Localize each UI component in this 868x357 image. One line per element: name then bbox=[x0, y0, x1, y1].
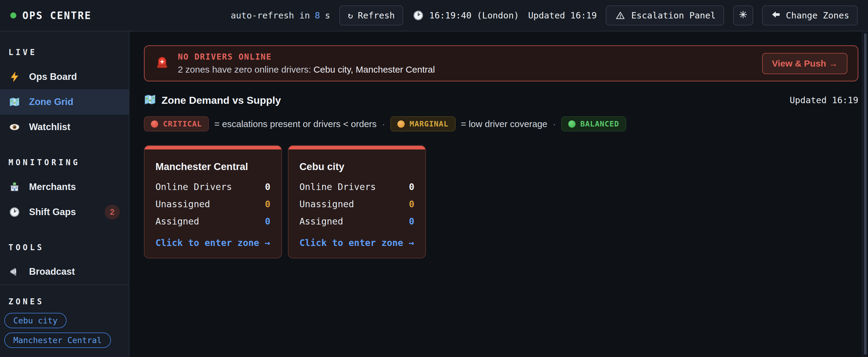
sidebar-item-watchlist[interactable]: Watchlist bbox=[0, 115, 129, 140]
sidebar-item-zone-grid[interactable]: Zone Grid bbox=[0, 89, 129, 114]
shift-gaps-count-badge: 2 bbox=[105, 205, 120, 220]
red-dot-icon bbox=[151, 120, 158, 128]
refresh-icon: ↻ bbox=[348, 10, 353, 21]
section-label-monitoring: MONITORING bbox=[8, 158, 129, 167]
sidebar-item-label: Zone Grid bbox=[29, 96, 73, 108]
zone-cards-grid: Manchester Central Online Drivers 0 Unas… bbox=[144, 145, 858, 258]
current-time: 16:19:40 (London) bbox=[429, 10, 519, 21]
alert-message: 2 zones have zero online drivers: Cebu c… bbox=[178, 64, 435, 75]
siren-icon bbox=[155, 56, 169, 71]
enter-zone-link[interactable]: Click to enter zone → bbox=[300, 238, 414, 248]
sidebar: LIVE Ops Board Zone Grid Watchlist MONIT… bbox=[0, 31, 129, 357]
view-and-push-button[interactable]: View & Push → bbox=[762, 53, 847, 74]
vertical-scrollbar[interactable] bbox=[862, 32, 868, 357]
stat-unassigned: Unassigned 0 bbox=[300, 199, 414, 209]
critical-legend-badge: CRITICAL bbox=[144, 117, 209, 131]
main-content: NO DRIVERS ONLINE 2 zones have zero onli… bbox=[129, 31, 868, 357]
marginal-legend-badge: MARGINAL bbox=[391, 117, 455, 131]
zones-box: ZONES Cebu city Manchester Central bbox=[0, 285, 129, 357]
green-dot-icon bbox=[568, 120, 576, 128]
zone-card-cebu-city[interactable]: Cebu city Online Drivers 0 Unassigned 0 … bbox=[288, 145, 426, 258]
app-logo: OPS CENTRE bbox=[10, 10, 92, 22]
sidebar-item-merchants[interactable]: 24 Merchants bbox=[0, 174, 129, 199]
zone-card-manchester-central[interactable]: Manchester Central Online Drivers 0 Unas… bbox=[144, 145, 282, 258]
critical-accent-bar bbox=[145, 146, 281, 149]
sidebar-item-shift-gaps[interactable]: Shift Gaps 2 bbox=[0, 199, 129, 225]
stat-online-drivers: Online Drivers 0 bbox=[300, 181, 414, 192]
zap-icon bbox=[8, 71, 21, 83]
zone-pill-cebu-city[interactable]: Cebu city bbox=[4, 313, 66, 328]
auto-refresh-countdown: auto-refresh in 8 s bbox=[231, 10, 330, 21]
marginal-legend-desc: = low driver coverage bbox=[461, 119, 548, 129]
eye-icon bbox=[8, 121, 21, 133]
status-legend: CRITICAL = escalations present or driver… bbox=[144, 117, 858, 131]
last-updated-label: Updated 16:19 bbox=[528, 10, 597, 21]
zone-card-title: Manchester Central bbox=[155, 161, 270, 173]
refresh-button[interactable]: ↻ Refresh bbox=[339, 5, 403, 25]
enter-zone-link[interactable]: Click to enter zone → bbox=[155, 238, 270, 248]
section-label-zones: ZONES bbox=[8, 297, 129, 306]
sidebar-item-label: Shift Gaps bbox=[29, 207, 76, 217]
stat-unassigned: Unassigned 0 bbox=[155, 199, 270, 209]
page-title: Zone Demand vs Supply bbox=[161, 94, 281, 106]
scrollbar-thumb[interactable] bbox=[864, 33, 867, 355]
alert-title: NO DRIVERS ONLINE bbox=[178, 52, 435, 61]
sidebar-item-label: Broadcast bbox=[29, 266, 75, 277]
megaphone-icon bbox=[8, 266, 21, 278]
warning-icon bbox=[614, 9, 626, 22]
stat-value: 0 bbox=[409, 216, 414, 227]
online-status-dot bbox=[10, 12, 16, 19]
app-title: OPS CENTRE bbox=[22, 10, 92, 22]
section-label-tools: TOOLS bbox=[8, 243, 129, 252]
clock-display: 16:19:40 (London) bbox=[412, 9, 519, 22]
grid-updated-label: Updated 16:19 bbox=[790, 95, 858, 105]
stat-value: 0 bbox=[409, 199, 414, 209]
section-label-live: LIVE bbox=[8, 48, 129, 57]
critical-legend-desc: = escalations present or drivers < order… bbox=[214, 119, 376, 129]
sidebar-item-ops-board[interactable]: Ops Board bbox=[0, 64, 129, 89]
snowflake-toggle-button[interactable] bbox=[733, 5, 753, 25]
escalation-panel-button[interactable]: Escalation Panel bbox=[606, 5, 724, 25]
change-zones-button[interactable]: Change Zones bbox=[762, 5, 858, 25]
no-drivers-alert-banner: NO DRIVERS ONLINE 2 zones have zero onli… bbox=[144, 46, 858, 81]
auto-refresh-seconds: 8 bbox=[315, 10, 320, 21]
clock-icon bbox=[8, 206, 21, 218]
stat-assigned: Assigned 0 bbox=[155, 216, 270, 227]
sidebar-item-label: Ops Board bbox=[29, 71, 77, 82]
svg-text:24: 24 bbox=[13, 183, 16, 185]
left-arrow-icon bbox=[771, 9, 781, 22]
orange-dot-icon bbox=[397, 120, 405, 128]
stat-value: 0 bbox=[265, 181, 270, 192]
top-bar: OPS CENTRE auto-refresh in 8 s ↻ Refresh… bbox=[0, 0, 868, 31]
stat-value: 0 bbox=[265, 199, 270, 209]
sidebar-item-label: Watchlist bbox=[29, 122, 70, 132]
sidebar-item-broadcast[interactable]: Broadcast bbox=[0, 259, 129, 285]
stat-value: 0 bbox=[409, 181, 414, 192]
asterisk-icon bbox=[739, 10, 748, 21]
stat-assigned: Assigned 0 bbox=[300, 216, 414, 227]
map-icon bbox=[8, 96, 21, 108]
sidebar-item-label: Merchants bbox=[29, 181, 76, 192]
stat-online-drivers: Online Drivers 0 bbox=[155, 181, 270, 192]
map-icon bbox=[144, 93, 156, 107]
critical-accent-bar bbox=[288, 146, 425, 149]
stat-value: 0 bbox=[265, 216, 270, 227]
zone-card-title: Cebu city bbox=[300, 161, 414, 173]
alert-zone-names: Cebu city, Manchester Central bbox=[314, 64, 435, 75]
clock-icon bbox=[412, 9, 424, 22]
store-icon: 24 bbox=[8, 181, 21, 193]
zone-pill-manchester-central[interactable]: Manchester Central bbox=[4, 332, 111, 348]
balanced-legend-badge: BALANCED bbox=[561, 117, 626, 131]
